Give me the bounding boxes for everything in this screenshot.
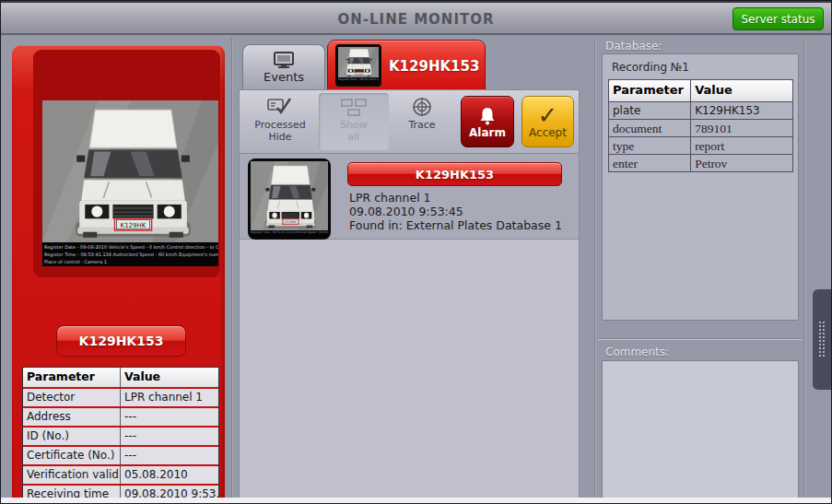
processed-hide-label-1: Processed (254, 119, 305, 131)
server-status-button[interactable]: Server status (732, 7, 824, 30)
online-monitor-window: ON-LINE MONITOR Server status K129HK Reg… (0, 0, 832, 504)
table-row: Certificate (No.) --- (23, 447, 218, 464)
table-header-row: Parameter Value (23, 368, 218, 387)
left-center-divider (231, 38, 233, 498)
show-all-button[interactable]: Show all (319, 93, 389, 150)
svg-text:K129HK: K129HK (121, 221, 146, 229)
table-row: document 789101 (609, 119, 792, 136)
event-plate-button[interactable]: K129HK153 (347, 162, 562, 186)
trace-button[interactable]: Trace (393, 93, 451, 150)
table-row: Address --- (23, 408, 218, 426)
tab-plate-label: K129HK153 (389, 58, 479, 75)
table-row: plate K129HK153 (609, 101, 792, 119)
trace-crosshair-icon (408, 97, 436, 117)
comments-input[interactable] (602, 360, 799, 499)
processed-check-icon (266, 97, 294, 117)
vehicle-capture-panel: K129HK Register Date - 09-08-2010 Vehicl… (12, 45, 225, 504)
capture-details-table: Parameter Value Detector LPR channel 1 A… (22, 367, 219, 504)
event-timestamp: 09.08.2010 9:53:45 (349, 205, 562, 218)
alarm-bell-icon (479, 107, 496, 125)
panel-splitter-handle[interactable] (813, 289, 832, 390)
comments-section-label: Comments: (605, 346, 669, 358)
table-row: type report (609, 136, 792, 154)
column-header: Value (121, 368, 218, 387)
processed-hide-button[interactable]: Processed Hide (245, 93, 315, 150)
event-details: LPR channel 1 09.08.2010 9:53:45 Found i… (349, 191, 562, 232)
tab-events[interactable]: Events (242, 44, 325, 89)
table-row: ID (No.) --- (23, 428, 218, 445)
overlay-line: Register Date - 09-08-2010 Vehicle's Spe… (44, 243, 217, 251)
event-row[interactable]: K129HK Register Time - 09:53:41.134 Auth… (240, 154, 579, 240)
splitter-grip-dots (818, 321, 826, 358)
right-panel-divider (598, 338, 803, 340)
column-header: Value (691, 80, 792, 101)
column-header: Parameter (23, 368, 121, 387)
table-header-row: Parameter Value (609, 80, 792, 101)
processed-hide-label-2: Hide (268, 131, 291, 143)
recording-title: Recording №1 (612, 61, 689, 74)
tab-current-event[interactable]: K129HK Register Date - 09-08-2010 Vehicl… (327, 40, 486, 89)
window-bottom-edge (1, 498, 831, 503)
database-record-box: Recording №1 Parameter Value plate K129H… (602, 53, 799, 321)
show-all-icon (340, 97, 368, 117)
event-toolbar: Processed Hide Show all Trace Alarm ✓ Ac… (239, 89, 580, 154)
database-section-label: Database: (605, 40, 662, 53)
center-right-divider (594, 38, 596, 498)
page-title: ON-LINE MONITOR (1, 11, 831, 28)
database-record-table: Parameter Value plate K129HK153 document… (608, 79, 793, 172)
table-row: enter Petrov (609, 154, 792, 171)
tab-events-label: Events (264, 70, 304, 84)
recognized-plate-button[interactable]: K129HK153 (56, 325, 186, 357)
overlay-line: Place of control - Camera 1 (44, 258, 217, 265)
vehicle-photo: K129HK (42, 100, 218, 242)
table-row: Verification valid... 05.08.2010 (23, 466, 218, 484)
svg-text:K129HK: K129HK (285, 220, 297, 224)
event-found-in: Found in: External Plates Database 1 (349, 218, 562, 232)
events-list: K129HK Register Time - 09:53:41.134 Auth… (239, 154, 580, 500)
table-row: Detector LPR channel 1 (23, 389, 218, 406)
accept-button[interactable]: ✓ Accept (521, 96, 574, 147)
tab-event-thumbnail: K129HK Register Date - 09-08-2010 Vehicl… (335, 44, 381, 87)
show-all-label-2: all (348, 131, 360, 143)
right-edge-divider (803, 38, 805, 498)
photo-metadata-overlay: Register Date - 09-08-2010 Vehicle's Spe… (42, 242, 218, 266)
overlay-line: Register Time - 09:53:41.134 Authorized … (44, 251, 217, 258)
accept-check-icon: ✓ (522, 104, 573, 126)
column-header: Parameter (609, 80, 691, 101)
thumbnail-overlay-text: Register Time - 09:53:41.134 Authorized … (251, 230, 328, 238)
capture-photo-frame: K129HK Register Date - 09-08-2010 Vehicl… (33, 50, 220, 277)
alarm-button[interactable]: Alarm (461, 96, 514, 147)
alarm-label: Alarm (469, 126, 506, 139)
thumbnail-overlay-text: Register Date - 09-08-2010 Vehicle's Spe… (338, 77, 379, 85)
title-bar: ON-LINE MONITOR Server status (1, 1, 831, 35)
monitor-icon (274, 52, 294, 68)
event-photo-thumbnail[interactable]: K129HK Register Time - 09:53:41.134 Auth… (248, 158, 331, 240)
trace-label: Trace (408, 119, 435, 131)
show-all-label-1: Show (340, 119, 368, 131)
accept-label: Accept (529, 126, 567, 139)
event-channel: LPR channel 1 (349, 191, 562, 205)
